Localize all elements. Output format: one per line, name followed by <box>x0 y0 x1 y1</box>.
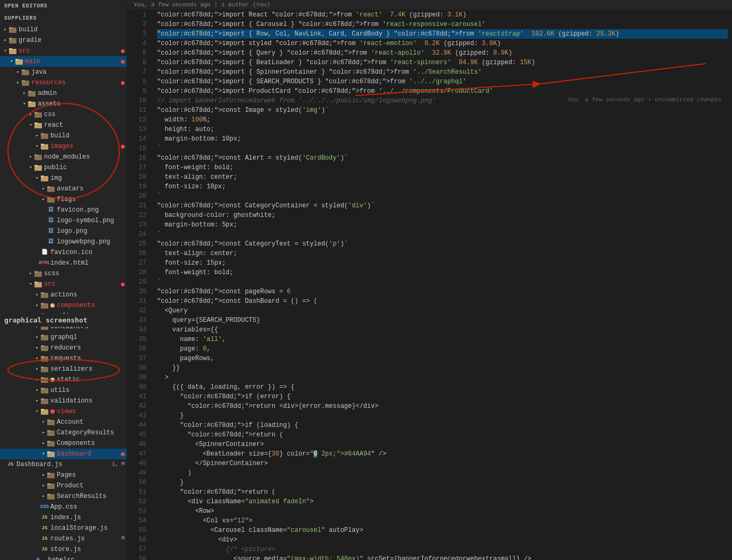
tree-item-Components[interactable]: Components <box>0 438 127 449</box>
tree-item-css[interactable]: css <box>0 109 127 120</box>
tree-item-logo.png[interactable]: 🖼logo.png <box>0 226 127 237</box>
code-line-3: "color:#c678dd;">import { Row, Col, NavL… <box>157 29 728 39</box>
code-line-6: "color:#c678dd;">import { BeatLoader } "… <box>157 58 728 67</box>
tree-item-graphql[interactable]: graphql <box>0 332 127 343</box>
tree-icon-folder <box>34 280 42 288</box>
tree-item-public[interactable]: public <box>0 162 127 173</box>
code-line-49: "color:#c678dd;">if (error) { <box>157 392 728 401</box>
tree-item-reducers[interactable]: reducers <box>0 343 127 353</box>
tree-item-scss[interactable]: scss <box>0 268 127 279</box>
tree-label-localStorage.js: localStorage.js <box>50 523 127 533</box>
line-number-14: 14 <box>138 134 146 144</box>
tree-label-gradle: gradle <box>19 35 127 46</box>
tree-badge-Dashboard.js: 1, M <box>112 459 125 470</box>
tree-item-Product[interactable]: Product <box>0 480 127 491</box>
tree-item-favicon.png[interactable]: 🖼favicon.png <box>0 205 127 215</box>
svg-rect-67 <box>47 441 50 442</box>
tree-item-avatars[interactable]: avatars <box>0 183 127 194</box>
code-line-50: "color:#c678dd;">return <div>{error.mess… <box>157 401 728 411</box>
line-number-44: 44 <box>138 421 146 430</box>
tree-item-index.js[interactable]: JSindex.js <box>0 512 127 523</box>
tree-item-routes.js[interactable]: JSroutes.jsM <box>0 533 127 544</box>
tree-arrow-SearchResults <box>40 493 47 500</box>
tree-item-images[interactable]: images <box>0 141 127 152</box>
tree-item-img[interactable]: img <box>0 173 127 183</box>
line-number-5: 5 <box>138 48 146 58</box>
tree-item-static[interactable]: static <box>0 374 127 385</box>
tree-label-actions: actions <box>50 290 127 300</box>
tree-arrow-build <box>2 27 8 33</box>
tree-item-Account[interactable]: Account <box>0 417 127 427</box>
line-number-46: 46 <box>138 440 146 449</box>
line-number-41: 41 <box>138 392 146 401</box>
tree-item-Dashboard[interactable]: Dashboard <box>0 449 127 459</box>
tree-item-App.css[interactable]: CSSApp.css <box>0 502 127 512</box>
code-line-15: height: auto; <box>157 125 728 134</box>
tree-label-utils: utils <box>50 385 127 396</box>
tree-item-localStorage.js[interactable]: JSlocalStorage.js <box>0 523 127 533</box>
tree-item-admin[interactable]: admin <box>0 88 127 99</box>
tree-icon-folder <box>8 47 17 55</box>
tree-item-index.html[interactable]: HTMLindex.html <box>0 258 127 268</box>
tree-item-Pages[interactable]: Pages <box>0 470 127 480</box>
tree-item-react[interactable]: react <box>0 120 127 130</box>
line-number-28: 28 <box>138 268 146 277</box>
tree-icon-folder <box>40 174 49 182</box>
tree-item-build[interactable]: build <box>0 24 127 35</box>
tree-item-build2[interactable]: build <box>0 130 127 141</box>
svg-rect-23 <box>41 144 44 145</box>
tree-item-logo-symbol.png[interactable]: 🖼logo-symbol.png <box>0 215 127 226</box>
tree-item-Dashboard.js[interactable]: JSDashboard.js1, M <box>0 459 127 470</box>
tree-label-App.css: App.css <box>50 502 127 512</box>
tree-item-main[interactable]: main <box>0 56 127 67</box>
tree-item-node_modules[interactable]: node_modules <box>0 152 127 162</box>
tree-label-logo.png: logo.png <box>57 226 127 237</box>
tree-label-public: public <box>44 162 127 173</box>
code-line-31: text-align: center; <box>157 249 728 258</box>
tree-label-Account: Account <box>57 417 127 427</box>
tree-item-CategoryResults[interactable]: CategoryResults <box>0 427 127 438</box>
line-number-1: 1 <box>138 10 146 20</box>
tree-item-serializers[interactable]: serializers <box>0 364 127 374</box>
tree-item-validations[interactable]: validations <box>0 396 127 406</box>
tree-item-favicon.ico[interactable]: 📄favicon.ico <box>0 247 127 258</box>
line-number-12: 12 <box>138 115 146 125</box>
code-line-5: "color:#c678dd;">import { Query } "color… <box>157 48 728 58</box>
tree-item-SearchResults[interactable]: SearchResults <box>0 491 127 502</box>
tree-item-java[interactable]: java <box>0 67 127 77</box>
line-number-40: 40 <box>138 382 146 392</box>
line-number-45: 45 <box>138 430 146 440</box>
code-content: "color:#c678dd;">import React "color:#c6… <box>153 10 732 560</box>
svg-rect-21 <box>41 133 44 135</box>
modified-dot-resources <box>121 81 125 85</box>
tree-item-assets[interactable]: assets <box>0 99 127 109</box>
tree-item-store.js[interactable]: JSstore.js <box>0 544 127 555</box>
tree-label-serializers: serializers <box>50 364 127 374</box>
modified-dot-Dashboard <box>121 452 125 456</box>
tree-item-logowebpng.png[interactable]: 🖼logowebpng.png <box>0 237 127 247</box>
tree-item-utils[interactable]: utils <box>0 385 127 396</box>
tree-arrow-Components <box>40 440 47 447</box>
tree-label-logo-symbol.png: logo-symbol.png <box>57 215 127 226</box>
tree-item-src2[interactable]: src <box>0 279 127 290</box>
tree-item-requests[interactable]: requests <box>0 353 127 364</box>
tree-item-views[interactable]: views <box>0 406 127 417</box>
tree-label-views: views <box>57 406 127 417</box>
code-view[interactable]: 1234567891011121314151617181920212223242… <box>127 10 732 560</box>
tree-item-gradle[interactable]: gradle <box>0 35 127 46</box>
line-number-55: 55 <box>138 526 146 535</box>
tree-item-.babelrc[interactable]: ⚙.babelrc <box>0 555 127 560</box>
tree-item-resources[interactable]: resources <box>0 77 127 88</box>
code-line-58: } <box>157 478 728 487</box>
tree-item-flags[interactable]: flags <box>0 194 127 205</box>
tree-icon-js: JS <box>40 524 49 532</box>
tree-item-components[interactable]: components <box>0 300 127 311</box>
line-number-39: 39 <box>138 373 146 382</box>
tree-label-images: images <box>50 141 121 152</box>
tree-item-src[interactable]: src <box>0 46 127 56</box>
tree-label-CategoryResults: CategoryResults <box>57 427 127 438</box>
tree-arrow-scss <box>28 270 34 277</box>
line-number-21: 21 <box>138 201 146 211</box>
open-editors-header: OPEN EDITORS <box>0 0 127 12</box>
tree-item-actions[interactable]: actions <box>0 290 127 300</box>
